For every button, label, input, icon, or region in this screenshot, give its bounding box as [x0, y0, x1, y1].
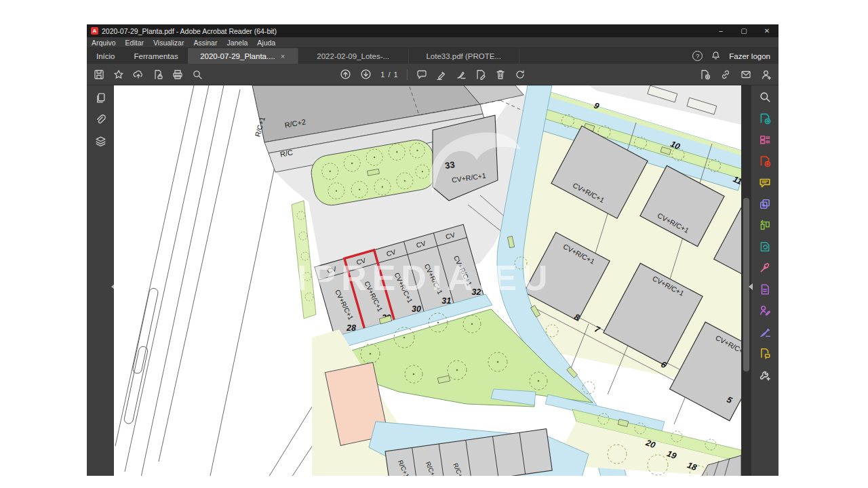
redo-icon[interactable]: [515, 69, 526, 80]
maximize-button[interactable]: ▢: [732, 27, 755, 35]
menu-visualizar[interactable]: Visualizar: [149, 39, 189, 47]
tools-panel-rail: [751, 85, 778, 476]
acrobat-window: A 2020-07-29_Planta.pdf - Adobe Acrobat …: [87, 24, 778, 476]
comment-tool-icon[interactable]: [759, 176, 771, 188]
certificates-icon[interactable]: [759, 326, 771, 338]
file-lock-icon[interactable]: [153, 69, 163, 80]
menu-editar[interactable]: Editar: [121, 39, 149, 47]
help-icon[interactable]: ?: [692, 51, 703, 61]
find-icon[interactable]: [192, 69, 203, 80]
tab-bar: Início Ferramentas 2020-07-29_Planta....…: [87, 48, 778, 64]
title-bar: A 2020-07-29_Planta.pdf - Adobe Acrobat …: [87, 24, 778, 37]
watermark-text: IPREDIA.EU: [297, 258, 553, 298]
tab-doc-planta-label: 2020-07-29_Planta....: [200, 52, 275, 60]
stamp-icon[interactable]: [475, 69, 486, 80]
attachments-paperclip-icon[interactable]: [95, 114, 106, 125]
edit-pdf-icon[interactable]: [759, 134, 771, 146]
combine-files-icon[interactable]: [759, 198, 771, 210]
left-panel-rail: [87, 85, 114, 476]
share-link-icon[interactable]: [720, 69, 731, 80]
tab-doc-lote33-label: Lote33.pdf (PROTE...: [426, 52, 501, 60]
tab-doc-lote33[interactable]: Lote33.pdf (PROTE...: [409, 48, 519, 64]
previous-page-icon[interactable]: [340, 68, 351, 80]
page-divider: /: [388, 70, 390, 79]
page-total: 1: [394, 70, 398, 79]
send-for-review-icon[interactable]: [759, 347, 771, 359]
export-pdf-icon[interactable]: [759, 113, 771, 125]
share-cloud-icon[interactable]: [133, 69, 144, 80]
tab-close-icon[interactable]: ×: [281, 52, 285, 60]
export-pdf-toolbar-icon[interactable]: [700, 69, 711, 80]
more-tools-icon[interactable]: [759, 369, 771, 381]
menu-assinar[interactable]: Assinar: [189, 39, 222, 47]
save-icon[interactable]: [94, 69, 104, 80]
tab-doc-lotes[interactable]: 2022-02-09_Lotes-...: [298, 48, 409, 64]
menu-janela[interactable]: Janela: [222, 39, 252, 47]
star-icon[interactable]: [113, 69, 124, 80]
minimize-button[interactable]: –: [709, 27, 732, 35]
highlighter-icon[interactable]: [436, 69, 447, 80]
menu-ajuda[interactable]: Ajuda: [252, 39, 280, 47]
comment-icon[interactable]: [416, 69, 427, 80]
tab-inicio[interactable]: Início: [87, 48, 125, 64]
vertical-scrollbar[interactable]: [741, 85, 751, 476]
login-button[interactable]: Fazer logon: [729, 52, 770, 60]
search-tool-icon[interactable]: [759, 91, 771, 103]
menu-bar: Arquivo Editar Visualizar Assinar Janela…: [87, 37, 778, 48]
scan-ocr-icon[interactable]: [759, 241, 771, 253]
delete-icon[interactable]: [495, 69, 506, 80]
organize-pages-icon[interactable]: [759, 219, 771, 231]
fill-sign-icon[interactable]: [759, 262, 771, 274]
toolbar: 1 / 1: [87, 64, 778, 85]
page-thumbnails-icon[interactable]: [95, 92, 106, 104]
account-avatar-icon[interactable]: [761, 69, 772, 80]
notifications-bell-icon[interactable]: [711, 51, 721, 61]
window-title: 2020-07-29_Planta.pdf - Adobe Acrobat Re…: [102, 27, 277, 35]
sign-pen-icon[interactable]: [456, 69, 467, 80]
page-current[interactable]: 1: [380, 70, 384, 79]
next-page-icon[interactable]: [360, 68, 372, 80]
menu-arquivo[interactable]: Arquivo: [87, 39, 121, 47]
create-pdf-icon[interactable]: [759, 155, 771, 167]
prepare-form-icon[interactable]: [759, 283, 771, 296]
tab-doc-planta[interactable]: 2020-07-29_Planta.... ×: [188, 48, 298, 64]
page-indicator[interactable]: 1 / 1: [380, 70, 397, 79]
close-button[interactable]: ✕: [755, 27, 778, 35]
site-plan-drawing: R/C+1 R/C+2 R/C: [114, 85, 741, 476]
lot-33-number: 33: [444, 159, 455, 171]
layers-icon[interactable]: [95, 136, 106, 147]
request-signatures-icon[interactable]: [759, 304, 771, 317]
pdf-document-canvas[interactable]: R/C+1 R/C+2 R/C: [114, 85, 741, 476]
acrobat-app-icon: A: [91, 27, 98, 35]
print-icon[interactable]: [172, 69, 183, 80]
email-icon[interactable]: [741, 69, 751, 80]
expand-tools-panel-icon[interactable]: [749, 283, 753, 290]
tab-doc-lotes-label: 2022-02-09_Lotes-...: [317, 52, 389, 60]
tab-ferramentas[interactable]: Ferramentas: [125, 48, 188, 64]
